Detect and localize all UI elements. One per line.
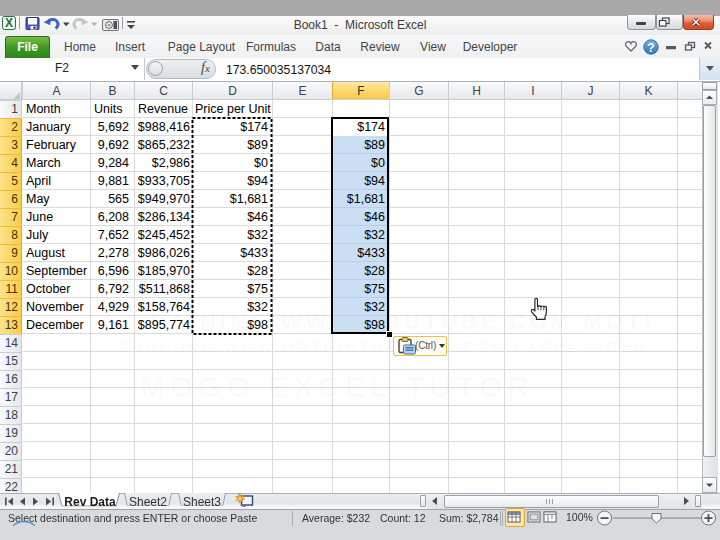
svg-text:X: X [5,16,13,30]
svg-text:?: ? [647,41,654,55]
